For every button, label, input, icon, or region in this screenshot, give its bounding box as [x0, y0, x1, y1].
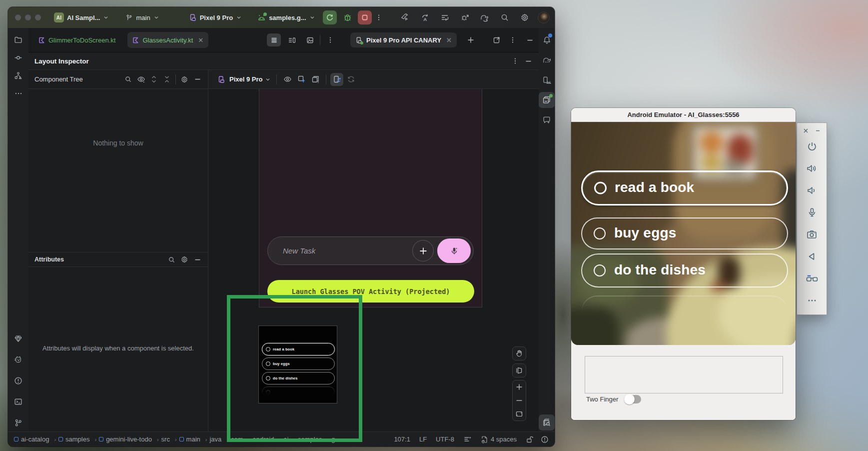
glasses-todo-pill[interactable]: buy eggs	[581, 218, 788, 250]
breadcrumb-java[interactable]: java›	[209, 436, 228, 443]
event-log-status[interactable]	[541, 436, 549, 444]
indent-config[interactable]: 4 spaces	[481, 436, 517, 444]
preview-live-updates-toggle[interactable]	[330, 73, 343, 86]
project-tool-button[interactable]	[10, 32, 26, 48]
more-tools-button[interactable]	[10, 86, 26, 102]
close-icon[interactable]	[803, 128, 809, 134]
preview-view-options-button[interactable]	[281, 73, 294, 86]
emulator-screen[interactable]: read a book buy eggs do the dishes	[571, 122, 796, 345]
pan-mode-button[interactable]	[512, 346, 526, 360]
emulator-titlebar[interactable]: Android Emulator - AI_Glasses:5556	[571, 108, 796, 122]
close-traffic-light[interactable]	[15, 14, 21, 20]
caret-position[interactable]: 107:1	[394, 436, 410, 443]
terminal-tool-button[interactable]	[10, 394, 26, 410]
add-task-button[interactable]	[412, 240, 434, 262]
power-button[interactable]	[801, 136, 823, 158]
tree-expand-all-button[interactable]	[147, 73, 160, 86]
gemini-chat-button[interactable]	[539, 112, 555, 128]
ai-code-completion-status[interactable]	[463, 436, 472, 443]
tree-settings-button[interactable]	[178, 73, 191, 86]
minimize-icon[interactable]	[815, 128, 821, 134]
gemini-tool-button[interactable]	[10, 330, 26, 346]
user-avatar[interactable]	[538, 12, 550, 24]
gradle-tool-button[interactable]	[539, 52, 555, 68]
breadcrumb-main[interactable]: main›	[179, 436, 207, 443]
preview-snapshot-button[interactable]	[295, 73, 308, 86]
apply-changes-button[interactable]	[438, 10, 452, 24]
glasses-todo-pill[interactable]: do the dishes	[581, 254, 788, 288]
structure-tool-button[interactable]	[10, 68, 26, 84]
breadcrumb-samples[interactable]: samples›	[58, 436, 96, 443]
new-task-input[interactable]: New Task	[267, 236, 474, 265]
zoom-out-icon[interactable]	[515, 396, 523, 404]
running-device-tab[interactable]: Pixel 9 Pro API CANARY ✕	[350, 32, 457, 48]
volume-up-button[interactable]	[801, 158, 823, 180]
back-button[interactable]	[801, 246, 823, 268]
app-quality-insights-tool-button[interactable]	[10, 352, 26, 368]
debug-button[interactable]	[341, 10, 355, 24]
ai-translate-button[interactable]: A	[418, 10, 432, 24]
running-devices-options-menu[interactable]	[506, 34, 520, 46]
preview-refresh-button[interactable]	[344, 73, 357, 86]
close-tab-icon[interactable]: ✕	[446, 36, 452, 44]
editor-options-menu[interactable]	[323, 34, 337, 46]
zoom-traffic-light[interactable]	[35, 14, 41, 20]
commit-tool-button[interactable]	[10, 50, 26, 66]
version-control-tool-button[interactable]	[10, 414, 26, 430]
settings-button[interactable]	[518, 10, 532, 24]
file-encoding[interactable]: UTF-8	[436, 436, 454, 443]
zoom-in-icon[interactable]	[515, 383, 523, 391]
notifications-button[interactable]	[539, 32, 555, 48]
tree-filter-button[interactable]	[134, 73, 147, 86]
two-finger-toggle[interactable]	[625, 395, 641, 404]
attributes-search-button[interactable]	[165, 253, 178, 266]
gradle-sync-button[interactable]	[478, 10, 492, 24]
voice-input-button[interactable]	[437, 238, 471, 263]
layout-inspector-options-menu[interactable]	[509, 54, 522, 68]
hide-component-tree-button[interactable]	[191, 73, 204, 86]
view-mode-split-button[interactable]	[285, 34, 299, 46]
zoom-fit-icon[interactable]	[515, 410, 523, 418]
attributes-settings-button[interactable]	[178, 253, 191, 266]
app-screen-preview[interactable]: New Task Launch Glasses POV Activity (Pr…	[259, 89, 482, 308]
hide-running-devices-button[interactable]	[523, 34, 537, 46]
preview-device-selector[interactable]: Pixel 9 Pro	[215, 72, 272, 87]
glasses-button[interactable]	[801, 268, 823, 290]
camera-button[interactable]	[801, 224, 823, 246]
breadcrumb-src[interactable]: src›	[161, 436, 177, 443]
more-options-button[interactable]	[801, 290, 823, 312]
hide-attributes-button[interactable]	[191, 253, 204, 266]
rerun-button[interactable]	[323, 10, 337, 24]
tab-glassesactivity[interactable]: GlassesActivity.kt ✕	[127, 32, 208, 48]
breadcrumb-gemini-live-todo[interactable]: gemini-live-todo›	[99, 436, 158, 443]
tab-glimmertodoscreen[interactable]: GlimmerToDoScreen.kt	[33, 32, 120, 48]
minimize-traffic-light[interactable]	[25, 14, 31, 20]
preview-copy-button[interactable]	[309, 73, 322, 86]
run-more-menu[interactable]	[372, 10, 386, 24]
build-run-tests-button[interactable]	[398, 10, 412, 24]
microphone-button[interactable]	[801, 202, 823, 224]
close-tab-icon[interactable]: ✕	[198, 36, 203, 44]
layout-inspector-tool-button[interactable]	[539, 92, 555, 108]
tree-search-button[interactable]	[121, 73, 134, 86]
search-everywhere-button[interactable]	[498, 10, 512, 24]
device-selector[interactable]: Pixel 9 Pro	[185, 10, 245, 25]
open-in-new-window-button[interactable]	[490, 34, 504, 46]
run-configuration-selector[interactable]: samples.g...	[253, 10, 318, 25]
touchpad-area[interactable]	[585, 356, 783, 394]
inspect-layers-button[interactable]	[539, 414, 555, 430]
device-manager-button[interactable]	[539, 72, 555, 88]
hide-layout-inspector-button[interactable]	[522, 54, 535, 68]
stop-button[interactable]	[358, 10, 372, 24]
problems-tool-button[interactable]	[10, 372, 26, 388]
component-tree-area[interactable]: Nothing to show	[28, 89, 208, 252]
attach-debugger-button[interactable]	[458, 10, 472, 24]
view-mode-list-button[interactable]	[267, 34, 281, 46]
volume-down-button[interactable]	[801, 180, 823, 202]
tree-collapse-all-button[interactable]	[160, 73, 173, 86]
vcs-branch-widget[interactable]: main	[121, 10, 162, 25]
view-mode-design-button[interactable]	[303, 34, 317, 46]
add-device-button[interactable]	[464, 34, 478, 46]
project-widget[interactable]: AI AI Sampl...	[50, 10, 112, 25]
rotation-3d-button[interactable]	[512, 364, 526, 378]
